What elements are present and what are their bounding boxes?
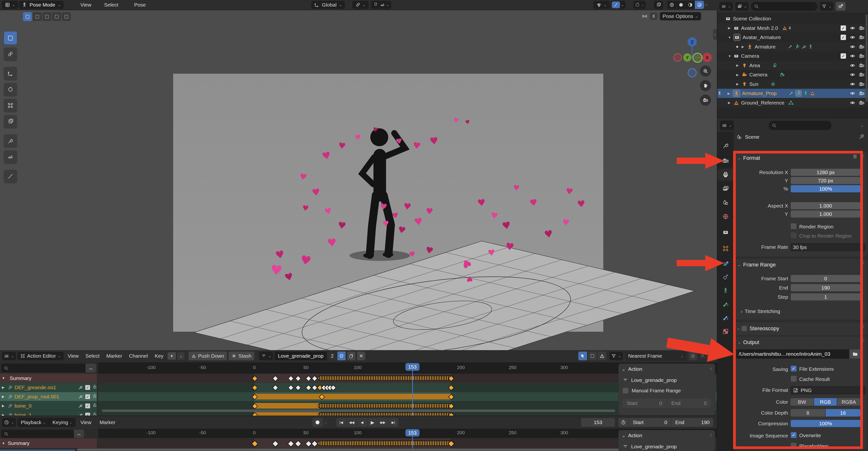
select-mode-3[interactable]: [52, 12, 61, 21]
transport-next-keyframe-button[interactable]: ▶▶: [378, 418, 388, 427]
sidebar-start-field[interactable]: Start0: [622, 399, 666, 408]
show-errors-button[interactable]: [598, 351, 607, 360]
shading-solid-button[interactable]: [676, 1, 686, 9]
snap-settings-dropdown[interactable]: ⌄: [380, 2, 389, 7]
snap-group[interactable]: ⌄: [371, 1, 391, 9]
select-mode-2[interactable]: [42, 12, 51, 21]
expander[interactable]: ▶: [728, 101, 733, 105]
expander[interactable]: ▶: [736, 73, 742, 77]
outliner-row[interactable]: ▶Sun: [717, 80, 868, 89]
dope-hscrollbar[interactable]: [102, 410, 615, 412]
modifier-icon[interactable]: [78, 385, 83, 390]
browse-folder-button[interactable]: [849, 349, 861, 359]
transport-jump-end-button[interactable]: ▶|: [388, 418, 399, 427]
outliner-row[interactable]: ▶Armature: [717, 42, 868, 51]
outliner-filter-mode[interactable]: ⌄: [735, 2, 749, 11]
mirror-x-button[interactable]: X: [650, 12, 657, 20]
nav-pan-button[interactable]: [700, 80, 711, 91]
expander[interactable]: ▶: [2, 413, 8, 416]
proportional-editing-group[interactable]: ⌄: [610, 1, 626, 9]
tab-object-square[interactable]: [717, 243, 734, 255]
disable-render-icon[interactable]: [859, 34, 865, 40]
pin-button[interactable]: [859, 134, 865, 141]
sidebar-action-row[interactable]: Love_grenade_prop: [619, 441, 715, 451]
channel-enable-checkbox[interactable]: ✓: [85, 413, 90, 416]
tab-render-camera[interactable]: [717, 155, 734, 167]
editor-type-button[interactable]: ⌄: [2, 1, 18, 9]
tab-viewlayer-images[interactable]: [717, 182, 734, 195]
panel-header[interactable]: ⌄Action⠿: [619, 430, 715, 441]
outliner-filter-dropdown[interactable]: ⌄: [820, 2, 833, 11]
current-frame-field[interactable]: 153: [581, 418, 615, 427]
action-users-button[interactable]: 2: [329, 351, 336, 360]
tool-annotate[interactable]: [4, 134, 17, 147]
dope-menu-channel[interactable]: Channel: [126, 351, 150, 360]
show-hidden-button[interactable]: [588, 351, 597, 360]
tab-scene-props[interactable]: [717, 196, 734, 208]
action-browse[interactable]: ⌄: [259, 351, 273, 360]
modifier-icon[interactable]: [78, 413, 83, 416]
tab-collection-box[interactable]: [717, 226, 734, 238]
action-name-field[interactable]: Love_grenade_prop: [275, 351, 327, 360]
exclude-checkbox[interactable]: ✓: [840, 25, 846, 31]
manual-range-row[interactable]: Manual Frame Range: [619, 386, 715, 395]
select-mode-1[interactable]: [33, 12, 42, 21]
pin-icon[interactable]: [8, 394, 12, 399]
pin-icon[interactable]: [8, 385, 12, 390]
hide-viewport-icon[interactable]: [849, 62, 856, 68]
transport-prev-keyframe-button[interactable]: ◀◀: [347, 418, 357, 427]
section-header[interactable]: ⌄Format: [738, 154, 760, 162]
channel-row-DEF_greande.oo1[interactable]: ▶DEF_greande.oo1✓: [0, 383, 97, 392]
mirror-icon[interactable]: [642, 13, 648, 19]
tool-move[interactable]: [4, 67, 17, 80]
outliner-row[interactable]: Scene Collection: [717, 14, 868, 23]
tool-tweak-select[interactable]: [4, 31, 17, 45]
prop-checkbox[interactable]: [790, 232, 797, 238]
seg-16[interactable]: 16: [826, 409, 860, 417]
transport-play-button[interactable]: ▶: [367, 418, 378, 427]
dope-filter-dropdown[interactable]: ⌄: [609, 351, 623, 360]
channel-enable-checkbox[interactable]: ✓: [85, 394, 90, 399]
properties-editor-type[interactable]: ⌄: [720, 120, 734, 130]
timeline-search-input[interactable]: [1, 430, 74, 438]
dope-menu-view[interactable]: View: [65, 351, 82, 360]
modifier-icon[interactable]: [78, 394, 83, 399]
shading-rendered-button[interactable]: [695, 1, 704, 9]
outliner-search-input[interactable]: [751, 2, 817, 11]
hide-viewport-icon[interactable]: [849, 34, 856, 40]
prop-dropdown-frame-rate[interactable]: 30 fps⌄: [790, 243, 866, 251]
expander[interactable]: ▶: [736, 82, 742, 86]
expander[interactable]: ▶: [728, 26, 733, 30]
tab-texture-checker[interactable]: [717, 326, 734, 338]
lock-icon[interactable]: [93, 394, 97, 400]
prop-field-frame-start[interactable]: 0: [790, 275, 861, 282]
pin-icon[interactable]: [8, 413, 12, 416]
tab-bone[interactable]: [717, 298, 734, 310]
menu-view[interactable]: View: [77, 1, 95, 9]
subsection-time-stretching[interactable]: ›Time Stretching: [741, 308, 780, 314]
seg-rgba[interactable]: RGBA: [837, 398, 860, 406]
hide-viewport-icon[interactable]: [849, 53, 856, 59]
prop-field-y[interactable]: 720 px: [790, 177, 861, 184]
range-start-field[interactable]: Start0: [629, 418, 671, 427]
overlay-rotate-group[interactable]: ⌄: [633, 1, 646, 9]
prop-checkbox[interactable]: [790, 443, 797, 449]
seg-8[interactable]: 8: [790, 409, 825, 417]
hide-viewport-icon[interactable]: [849, 25, 856, 31]
expander[interactable]: ▶: [2, 395, 8, 398]
tab-constraint-clamp[interactable]: [717, 271, 734, 283]
only-selected-button[interactable]: [578, 351, 587, 360]
outliner-row[interactable]: ▶Avatar Mesh 2.04✓: [717, 24, 868, 33]
hide-viewport-icon[interactable]: [849, 100, 856, 106]
playhead-chip[interactable]: 153: [405, 363, 420, 371]
exclude-checkbox[interactable]: ✓: [840, 53, 846, 59]
shading-material-button[interactable]: [686, 1, 695, 9]
transport-jump-start-button[interactable]: |◀: [336, 418, 347, 427]
tab-data-armature[interactable]: [717, 285, 734, 297]
modifier-icon[interactable]: [78, 403, 83, 408]
prop-slider[interactable]: 100%: [790, 185, 861, 193]
channel-enable-checkbox[interactable]: ✓: [85, 403, 90, 408]
prop-field-y[interactable]: 1.000: [790, 210, 861, 218]
use-preview-range-button[interactable]: [618, 418, 629, 427]
new-collection-button[interactable]: [836, 2, 845, 11]
